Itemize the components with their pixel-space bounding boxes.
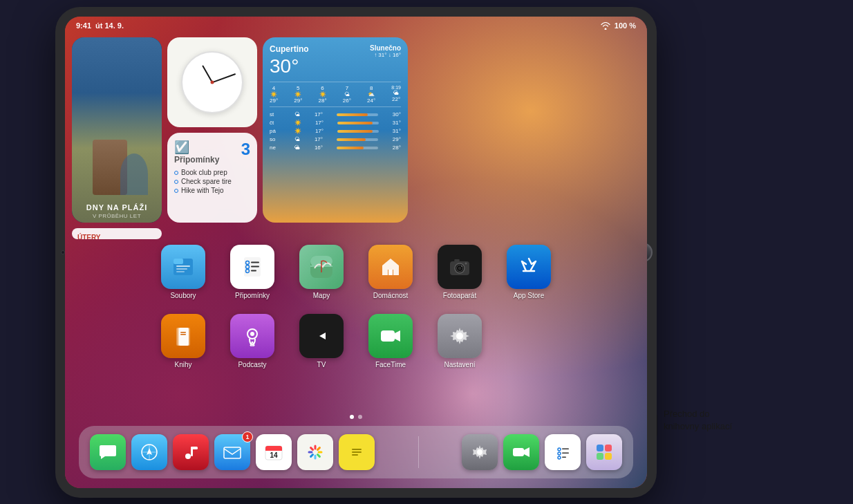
svg-point-76 <box>558 456 561 459</box>
books-label: Knihy <box>174 361 191 368</box>
svg-rect-75 <box>562 453 569 454</box>
reminders-header: ☑️ Připomínky 3 <box>174 140 250 165</box>
svg-point-31 <box>465 263 467 265</box>
settings-icon <box>438 314 482 358</box>
home-label: Domácnost <box>373 292 409 299</box>
files-icon <box>161 245 205 289</box>
calendar-widget[interactable]: ÚTERY 14 Couch delivery 13:00–13:30 Keyn… <box>72 228 162 239</box>
app-icon-podcasts[interactable]: Podcasty <box>225 314 280 376</box>
clock-face <box>181 51 243 113</box>
dock-photos[interactable] <box>297 434 333 470</box>
svg-rect-78 <box>597 445 603 451</box>
dock: 1 14 <box>79 426 633 478</box>
svg-point-74 <box>558 452 561 455</box>
app-icon-camera[interactable]: Fotoaparát <box>432 245 487 307</box>
svg-rect-35 <box>180 332 186 333</box>
clock-center <box>211 81 214 84</box>
svg-rect-67 <box>352 451 362 453</box>
page-dot-2 <box>358 415 362 419</box>
reminders-title: Připomínky <box>174 155 219 165</box>
home-icon <box>368 245 413 289</box>
svg-rect-42 <box>381 330 395 342</box>
svg-line-62 <box>311 455 313 457</box>
podcasts-icon <box>230 314 274 358</box>
svg-text:14: 14 <box>270 451 278 459</box>
camera-icon-img <box>438 245 482 289</box>
tv-icon <box>299 314 344 358</box>
svg-rect-12 <box>176 271 185 272</box>
weather-highlow: ↑ 31° ↓ 16° <box>370 52 401 58</box>
dock-settings[interactable] <box>462 434 498 470</box>
weather-status: Slunečno <box>370 44 401 52</box>
status-bar: 9:41 út 14. 9. 100 % <box>65 17 647 35</box>
weather-city: Cupertino <box>270 44 309 54</box>
movie-water <box>120 153 148 195</box>
movie-title: DNY NA PLÁŽI <box>72 203 162 212</box>
dock-mail[interactable]: 1 <box>214 434 250 470</box>
reminder-item-1: Book club prep <box>174 169 250 176</box>
apps-grid: Soubory Připomínky Mapy Domácnost <box>86 245 626 376</box>
movie-subtitle: V PRŮBĚHU LET <box>72 213 162 219</box>
dock-notes[interactable] <box>339 434 375 470</box>
settings-label: Nastavení <box>444 361 475 368</box>
dock-music[interactable] <box>173 434 209 470</box>
dock-messages[interactable] <box>90 434 126 470</box>
page-dot-1 <box>350 415 354 419</box>
dock-reminders[interactable] <box>545 434 581 470</box>
facetime-label: FaceTime <box>375 361 406 368</box>
calendar-day-name: ÚTERY <box>77 234 156 239</box>
app-icon-maps[interactable]: Mapy <box>294 245 349 307</box>
podcasts-label: Podcasty <box>238 361 266 368</box>
reminders-count: 3 <box>241 140 250 159</box>
status-right: 100 % <box>601 21 636 30</box>
app-icon-home[interactable]: Domácnost <box>363 245 418 307</box>
svg-rect-52 <box>224 447 241 458</box>
dock-app-library[interactable] <box>586 434 622 470</box>
dock-divider <box>418 436 419 468</box>
books-icon <box>161 314 205 358</box>
svg-point-72 <box>558 448 561 451</box>
svg-rect-17 <box>251 266 259 268</box>
dock-facetime[interactable] <box>503 434 539 470</box>
svg-rect-68 <box>352 454 358 456</box>
reminder-item-2: Check spare tire <box>174 178 250 185</box>
dock-suggested <box>462 434 622 470</box>
weather-widget[interactable]: Cupertino 30° Slunečno ↑ 31° ↓ 16° 4☀️29… <box>263 37 408 223</box>
reminders-app-label: Připomínky <box>235 292 270 299</box>
status-time: 9:41 <box>76 21 91 30</box>
svg-rect-36 <box>180 334 186 335</box>
svg-rect-55 <box>265 449 282 451</box>
appstore-icon-img <box>507 245 551 289</box>
page-indicators <box>350 415 362 419</box>
appstore-label: App Store <box>514 292 544 299</box>
app-icon-tv[interactable]: TV <box>294 314 349 376</box>
widgets-area: ☑️ Připomínky 3 Book club prep Check spa… <box>72 37 397 238</box>
reminders-widget[interactable]: ☑️ Připomínky 3 Book club prep Check spa… <box>167 133 257 223</box>
ipad-frame: 9:41 út 14. 9. 100 % <box>55 7 657 498</box>
weather-hourly: 4☀️29° 5☀️29° 6☀️28° 7🌤26° 8⛅24° 8:19🌥22… <box>270 82 401 107</box>
dock-calendar[interactable]: 14 <box>256 434 292 470</box>
movie-widget[interactable]: DNY NA PLÁŽI V PRŮBĚHU LET <box>72 37 162 223</box>
app-icon-books[interactable]: Knihy <box>156 314 211 376</box>
app-icon-settings[interactable]: Nastavení <box>432 314 487 376</box>
maps-icon <box>299 245 344 289</box>
svg-line-58 <box>318 448 320 450</box>
svg-rect-10 <box>176 265 190 267</box>
app-icon-facetime[interactable]: FaceTime <box>363 314 418 376</box>
clock-widget[interactable] <box>167 37 257 127</box>
dock-favorites: 1 14 <box>90 434 375 470</box>
app-icon-appstore[interactable]: App Store <box>501 245 556 307</box>
svg-rect-11 <box>176 268 187 270</box>
reminders-icon <box>230 245 274 289</box>
status-left: 9:41 út 14. 9. <box>76 21 124 30</box>
app-icon-reminders[interactable]: Připomínky <box>225 245 280 307</box>
svg-rect-70 <box>513 448 524 456</box>
dock-safari[interactable] <box>131 434 167 470</box>
svg-marker-71 <box>524 447 529 457</box>
weather-temp: 30° <box>270 55 309 77</box>
app-icon-files[interactable]: Soubory <box>156 245 211 307</box>
battery-level: 100 % <box>615 21 636 30</box>
svg-line-64 <box>311 448 313 450</box>
clock-hand-min <box>212 73 236 83</box>
mail-badge: 1 <box>242 431 253 442</box>
